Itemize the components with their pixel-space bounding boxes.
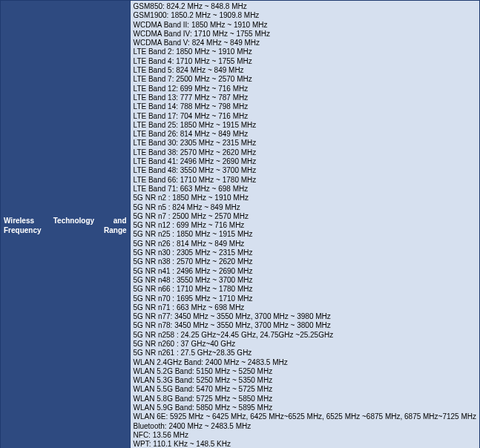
frequency-line: LTE Band 30: 2305 MHz ~ 2315 MHz <box>134 139 476 148</box>
row-value-cell: GSM850: 824.2 MHz ~ 848.8 MHzGSM1900: 18… <box>131 1 479 448</box>
frequency-line: 5G NR n260 : 37 GHz~40 GHz <box>134 340 476 349</box>
frequency-line: 5G NR n261 : 27.5 GHz~28.35 GHz <box>134 349 476 358</box>
frequency-line: 5G NR n41 : 2496 MHz ~ 2690 MHz <box>134 267 476 276</box>
frequency-line: WPT: 110.1 KHz ~ 148.5 KHz <box>134 440 476 448</box>
frequency-line: 5G NR n78: 3450 MHz ~ 3550 MHz, 3700 MHz… <box>134 321 476 330</box>
frequency-line: LTE Band 13: 777 MHz ~ 787 MHz <box>134 93 476 102</box>
frequency-line: WCDMA Band V: 824 MHz ~ 849 MHz <box>134 39 476 47</box>
frequency-line: 5G NR n12 : 699 MHz ~ 716 MHz <box>134 221 476 230</box>
frequency-line: LTE Band 2: 1850 MHz ~ 1910 MHz <box>134 47 476 56</box>
frequency-line: LTE Band 66: 1710 MHz ~ 1780 MHz <box>134 176 476 185</box>
frequency-line: WLAN 2.4GHz Band: 2400 MHz ~ 2483.5 MHz <box>134 358 476 367</box>
frequency-line: WLAN 5.8G Band: 5725 MHz ~ 5850 MHz <box>134 395 476 403</box>
frequency-line: LTE Band 5: 824 MHz ~ 849 MHz <box>134 66 476 75</box>
frequency-line: 5G NR n5 : 824 MHz ~ 849 MHz <box>134 203 476 212</box>
frequency-line: Bluetooth: 2400 MHz ~ 2483.5 MHz <box>134 422 476 431</box>
frequency-line: WLAN 5.3G Band: 5250 MHz ~ 5350 MHz <box>134 376 476 385</box>
frequency-line: GSM850: 824.2 MHz ~ 848.8 MHz <box>134 2 476 11</box>
frequency-line: WLAN 5.2G Band: 5150 MHz ~ 5250 MHz <box>134 367 476 376</box>
frequency-line: 5G NR n38 : 2570 MHz ~ 2620 MHz <box>134 257 476 266</box>
frequency-line: 5G NR n2 : 1850 MHz ~ 1910 MHz <box>134 194 476 202</box>
frequency-line: 5G NR n25 : 1850 MHz ~ 1915 MHz <box>134 230 476 239</box>
frequency-line: 5G NR n77: 3450 MHz ~ 3550 MHz, 3700 MHz… <box>134 312 476 321</box>
frequency-line: WLAN 5.9G Band: 5850 MHz ~ 5895 MHz <box>134 403 476 412</box>
frequency-line: LTE Band 17: 704 MHz ~ 716 MHz <box>134 112 476 121</box>
frequency-line: LTE Band 41: 2496 MHz ~ 2690 MHz <box>134 157 476 166</box>
frequency-line: WCDMA Band II: 1850 MHz ~ 1910 MHz <box>134 21 476 30</box>
spec-table: Wireless Technology and Frequency Range … <box>0 0 480 448</box>
frequency-line: 5G NR n70 : 1695 MHz ~ 1710 MHz <box>134 294 476 303</box>
frequency-line: LTE Band 25: 1850 MHz ~ 1915 MHz <box>134 121 476 130</box>
frequency-line: 5G NR n66 : 1710 MHz ~ 1780 MHz <box>134 285 476 294</box>
frequency-line: 5G NR n26 : 814 MHz ~ 849 MHz <box>134 240 476 248</box>
frequency-line: LTE Band 38: 2570 MHz ~ 2620 MHz <box>134 148 476 157</box>
frequency-line: LTE Band 48: 3550 MHz ~ 3700 MHz <box>134 166 476 175</box>
frequency-line: NFC: 13.56 MHz <box>134 431 476 440</box>
frequency-line: LTE Band 7: 2500 MHz ~ 2570 MHz <box>134 75 476 84</box>
frequency-line: 5G NR n71 : 663 MHz ~ 698 MHz <box>134 303 476 312</box>
frequency-line: LTE Band 26: 814 MHz ~ 849 MHz <box>134 130 476 139</box>
row-header-cell: Wireless Technology and Frequency Range <box>1 1 131 448</box>
frequency-line: LTE Band 14: 788 MHz ~ 798 MHz <box>134 102 476 111</box>
frequency-line: WLAN 5.5G Band: 5470 MHz ~ 5725 MHz <box>134 385 476 394</box>
frequency-line: WCDMA Band IV: 1710 MHz ~ 1755 MHz <box>134 30 476 39</box>
frequency-line: GSM1900: 1850.2 MHz ~ 1909.8 MHz <box>134 11 476 20</box>
frequency-line: LTE Band 71: 663 MHz ~ 698 MHz <box>134 185 476 194</box>
row-header-label: Wireless Technology and Frequency Range <box>4 216 127 236</box>
frequency-line: 5G NR n258 : 24.25 GHz~24.45 GHz, 24.75G… <box>134 331 476 340</box>
frequency-line: 5G NR n48 : 3550 MHz ~ 3700 MHz <box>134 276 476 285</box>
frequency-line: WLAN 6E: 5925 MHz ~ 6425 MHz, 6425 MHz~6… <box>134 412 476 421</box>
frequency-line: LTE Band 12: 699 MHz ~ 716 MHz <box>134 85 476 93</box>
frequency-line: LTE Band 4: 1710 MHz ~ 1755 MHz <box>134 57 476 66</box>
frequency-line: 5G NR n30 : 2305 MHz ~ 2315 MHz <box>134 248 476 257</box>
frequency-line: 5G NR n7 : 2500 MHz ~ 2570 MHz <box>134 212 476 221</box>
